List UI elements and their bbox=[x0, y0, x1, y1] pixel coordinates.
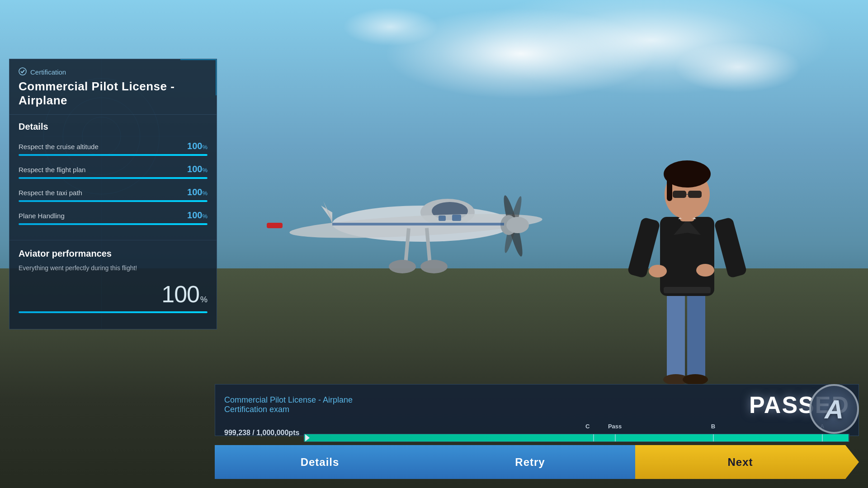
svg-rect-14 bbox=[267, 223, 283, 228]
cert-icon bbox=[19, 67, 27, 77]
svg-rect-36 bbox=[673, 191, 686, 198]
svg-point-22 bbox=[683, 374, 708, 385]
pilot-figure bbox=[624, 136, 769, 398]
svg-rect-35 bbox=[667, 174, 672, 201]
pilot-svg bbox=[624, 136, 750, 389]
progress-bar-container: C Pass B A bbox=[304, 424, 849, 442]
score-item-taxi: Respect the taxi path 100% bbox=[19, 187, 208, 202]
panel-title: Commercial Pilot License - Airplane bbox=[19, 80, 208, 108]
score-name-handling: Plane Handling bbox=[19, 212, 65, 220]
rank-letter: A bbox=[825, 394, 844, 424]
details-header: Details bbox=[19, 122, 208, 132]
result-top: Commercial Pilot License - Airplane Cert… bbox=[224, 391, 849, 418]
score-value-cruise: 100% bbox=[187, 141, 208, 151]
svg-rect-20 bbox=[687, 289, 705, 380]
perf-score-percent: % bbox=[200, 295, 208, 305]
score-pts: 999,238 / 1,000,000pts bbox=[224, 429, 299, 437]
svg-point-6 bbox=[389, 260, 416, 273]
score-progress-area: 999,238 / 1,000,000pts C Pass B A bbox=[224, 424, 849, 442]
plane-area bbox=[158, 23, 687, 398]
score-value-taxi: 100% bbox=[187, 187, 208, 197]
perf-score-row: 100 % bbox=[19, 281, 208, 308]
score-value-handling: 100% bbox=[187, 210, 208, 221]
score-name-cruise: Respect the cruise altitude bbox=[19, 143, 99, 150]
details-section: Details Respect the cruise altitude 100%… bbox=[9, 115, 217, 240]
marker-b-label: B bbox=[711, 423, 715, 430]
svg-point-7 bbox=[420, 260, 448, 273]
svg-point-15 bbox=[506, 217, 529, 233]
svg-point-29 bbox=[696, 264, 714, 277]
perf-score-value: 100 bbox=[161, 281, 199, 308]
result-title-area: Commercial Pilot License - Airplane Cert… bbox=[224, 395, 353, 414]
corner-deco bbox=[180, 59, 217, 95]
svg-rect-27 bbox=[714, 217, 747, 278]
left-panel: Certification Commercial Pilot License -… bbox=[9, 59, 217, 329]
next-button[interactable]: Next bbox=[635, 445, 859, 479]
plane-illustration bbox=[253, 97, 592, 323]
score-item-handling: Plane Handling 100% bbox=[19, 210, 208, 225]
result-cert-sub: Certification exam bbox=[224, 405, 353, 414]
score-item-flight: Respect the flight plan 100% bbox=[19, 164, 208, 179]
svg-rect-37 bbox=[688, 191, 702, 198]
perf-header: Aviator performances bbox=[19, 249, 208, 259]
svg-rect-16 bbox=[332, 223, 504, 225]
retry-button[interactable]: Retry bbox=[425, 445, 635, 479]
score-item-cruise: Respect the cruise altitude 100% bbox=[19, 141, 208, 156]
rank-circle: A bbox=[809, 384, 859, 434]
progress-track bbox=[304, 434, 849, 442]
svg-rect-17 bbox=[452, 215, 461, 221]
marker-c-label: C bbox=[585, 423, 590, 430]
perf-text: Everything went perfectly during this fl… bbox=[19, 264, 208, 272]
svg-rect-18 bbox=[439, 216, 446, 221]
svg-point-45 bbox=[19, 68, 26, 75]
svg-point-28 bbox=[649, 265, 667, 277]
cert-label-row: Certification bbox=[19, 67, 208, 77]
result-bar: Commercial Pilot License - Airplane Cert… bbox=[215, 384, 859, 436]
score-value-flight: 100% bbox=[187, 164, 208, 174]
details-button[interactable]: Details bbox=[215, 445, 425, 479]
bottom-nav: Details Retry Next bbox=[215, 445, 859, 479]
perf-section: Aviator performances Everything went per… bbox=[9, 240, 217, 320]
svg-rect-19 bbox=[667, 289, 685, 380]
result-cert-name: Commercial Pilot License - Airplane bbox=[224, 395, 353, 405]
score-name-flight: Respect the flight plan bbox=[19, 166, 85, 174]
svg-rect-39 bbox=[664, 287, 711, 293]
marker-pass-label: Pass bbox=[608, 423, 622, 430]
score-name-taxi: Respect the taxi path bbox=[19, 189, 82, 197]
